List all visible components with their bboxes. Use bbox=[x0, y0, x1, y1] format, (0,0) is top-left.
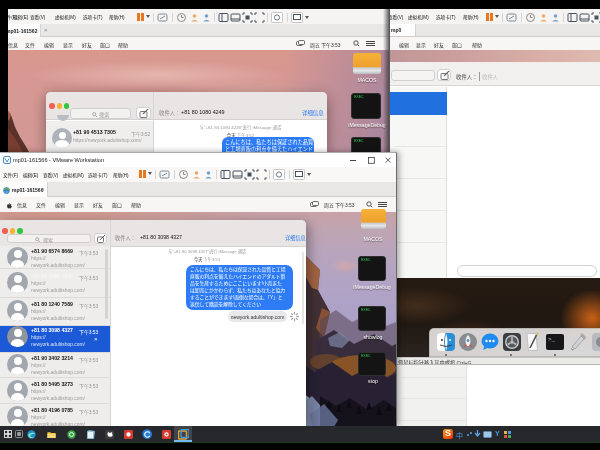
svg-text:>_: >_ bbox=[548, 336, 556, 343]
